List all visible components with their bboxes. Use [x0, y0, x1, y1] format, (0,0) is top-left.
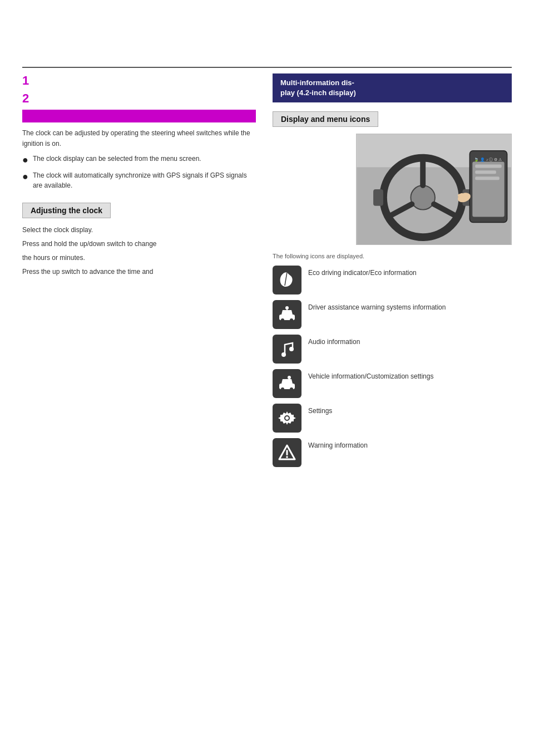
- svg-point-28: [281, 387, 284, 391]
- bullet-text-2: The clock will automatically synchronize…: [33, 170, 256, 190]
- warning-icon-square: [273, 438, 301, 467]
- steering-wheel-image: 🍃 👤 ♪ ⓘ ⚙ ⚠: [356, 134, 512, 245]
- clock-body-text-4: Press the up switch to advance the time …: [22, 267, 256, 277]
- bullet-item-1: ● The clock display can be selected from…: [22, 154, 256, 166]
- num-item-1: 1: [22, 73, 256, 88]
- section-bar: [22, 110, 256, 122]
- car-person-icon: [277, 305, 297, 325]
- svg-point-34: [285, 416, 289, 420]
- right-col: Multi-information dis- play (4.2-inch di…: [273, 73, 512, 473]
- svg-rect-13: [475, 171, 496, 174]
- mid-heading-line2: play (4.2-inch display): [280, 89, 356, 97]
- svg-rect-12: [475, 165, 502, 168]
- audio-icon-square: [273, 335, 301, 364]
- display-icons-section-note: The following icons are displayed.: [273, 252, 512, 261]
- svg-rect-10: [472, 162, 504, 217]
- mid-heading: Multi-information dis- play (4.2-inch di…: [273, 73, 512, 102]
- bullet-dot-2: ●: [22, 170, 28, 183]
- clock-body-text-3: the hours or minutes.: [22, 253, 256, 263]
- left-col: 1 2 The clock can be adjusted by operati…: [22, 73, 256, 473]
- svg-rect-14: [475, 177, 500, 180]
- icons-list: Eco driving indicator/Eco information: [273, 266, 512, 467]
- svg-point-25: [289, 347, 294, 351]
- vehicle-info-icon-square: [273, 369, 301, 398]
- svg-rect-31: [289, 379, 290, 382]
- settings-icon-desc: Settings: [308, 404, 332, 416]
- icon-row-eco: Eco driving indicator/Eco information: [273, 266, 512, 294]
- gear-icon: [277, 408, 297, 428]
- svg-point-3: [411, 185, 435, 210]
- driver-assist-icon-square: [273, 300, 301, 329]
- warning-icon-desc: Warning information: [308, 438, 368, 450]
- bullet-dot-1: ●: [22, 154, 28, 166]
- mid-heading-line1: Multi-information dis-: [280, 78, 354, 87]
- warning-triangle-icon: [277, 443, 297, 463]
- display-menu-icons-heading: Display and menu icons: [273, 111, 378, 127]
- icon-row-settings: Settings: [273, 404, 512, 433]
- eco-icon-desc: Eco driving indicator/Eco information: [308, 266, 417, 278]
- num-item-2: 2: [22, 91, 256, 106]
- settings-icon-square: [273, 404, 301, 433]
- icon-row-audio: Audio information: [273, 335, 512, 364]
- num-label-2: 2: [22, 91, 33, 106]
- svg-point-37: [286, 456, 288, 458]
- svg-point-30: [288, 376, 291, 379]
- svg-point-20: [281, 318, 284, 322]
- svg-point-29: [290, 387, 293, 391]
- driver-assist-icon-desc: Driver assistance warning systems inform…: [308, 300, 446, 312]
- clock-body-text-2: Press and hold the up/down switch to cha…: [22, 239, 256, 249]
- svg-point-24: [281, 352, 286, 357]
- svg-rect-7: [373, 189, 383, 206]
- eco-icon-square: [273, 266, 301, 294]
- bullet-text-1: The clock display can be selected from t…: [33, 154, 201, 164]
- num-label-1: 1: [22, 73, 33, 88]
- svg-point-22: [285, 306, 289, 310]
- music-note-icon: [277, 339, 297, 359]
- steering-wheel-svg: 🍃 👤 ♪ ⓘ ⚙ ⚠: [357, 134, 511, 244]
- vehicle-info-icon-desc: Vehicle information/Customization settin…: [308, 369, 433, 381]
- adjusting-clock-heading: Adjusting the clock: [22, 203, 111, 218]
- svg-text:🍃 👤 ♪ ⓘ ⚙ ⚠: 🍃 👤 ♪ ⓘ ⚙ ⚠: [474, 157, 502, 162]
- svg-rect-36: [286, 450, 288, 455]
- page-container: 1 2 The clock can be adjusted by operati…: [0, 67, 534, 756]
- bullet-item-2: ● The clock will automatically synchroni…: [22, 170, 256, 190]
- icon-row-warning: Warning information: [273, 438, 512, 467]
- top-rule: [22, 67, 512, 68]
- audio-icon-desc: Audio information: [308, 335, 360, 347]
- two-col-layout: 1 2 The clock can be adjusted by operati…: [0, 73, 534, 473]
- body-text-1: The clock can be adjusted by operating t…: [22, 128, 256, 149]
- leaf-icon: [277, 270, 297, 290]
- icon-row-driver-assist: Driver assistance warning systems inform…: [273, 300, 512, 329]
- svg-point-21: [290, 318, 293, 322]
- icon-row-vehicle-info: Vehicle information/Customization settin…: [273, 369, 512, 398]
- car-info-icon: [277, 374, 297, 394]
- svg-marker-27: [281, 379, 293, 384]
- clock-body-text-1: Select the clock display.: [22, 225, 256, 235]
